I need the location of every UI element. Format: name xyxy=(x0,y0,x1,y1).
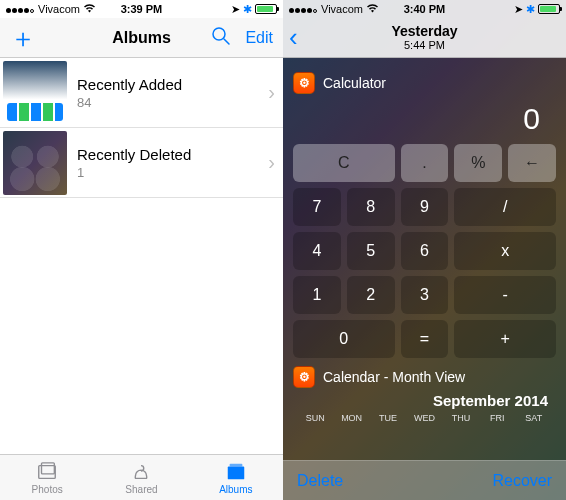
chevron-right-icon: › xyxy=(268,151,275,174)
album-list[interactable]: Recently Added 84 › Recently Deleted 1 › xyxy=(0,58,283,454)
tab-label: Albums xyxy=(219,484,252,495)
album-name: Recently Added xyxy=(77,76,268,93)
key-divide[interactable]: / xyxy=(454,188,556,226)
day-header: MON xyxy=(333,413,369,423)
chevron-right-icon: › xyxy=(268,81,275,104)
tab-photos[interactable]: Photos xyxy=(0,455,94,500)
key-8[interactable]: 8 xyxy=(347,188,395,226)
key-2[interactable]: 2 xyxy=(347,276,395,314)
key-percent[interactable]: % xyxy=(454,144,502,182)
day-header: FRI xyxy=(479,413,515,423)
location-icon: ➤ xyxy=(231,3,240,16)
key-plus[interactable]: + xyxy=(454,320,556,358)
calendar-widget: ⚙ Calendar - Month View September 2014 S… xyxy=(291,360,558,425)
album-thumbnail xyxy=(3,61,67,125)
day-header: TUE xyxy=(370,413,406,423)
calendar-month-label: September 2014 xyxy=(291,390,558,411)
tab-bar: Photos Shared Albums xyxy=(0,454,283,500)
back-button[interactable]: ‹ xyxy=(289,22,298,53)
location-icon: ➤ xyxy=(514,3,523,16)
tab-label: Photos xyxy=(32,484,63,495)
nav-bar: ＋ Albums Edit xyxy=(0,18,283,58)
bluetooth-icon: ✱ xyxy=(243,3,252,16)
status-bar: Vivacom 3:39 PM ➤ ✱ xyxy=(0,0,283,18)
day-header: SUN xyxy=(297,413,333,423)
delete-button[interactable]: Delete xyxy=(297,472,343,490)
bluetooth-icon: ✱ xyxy=(526,3,535,16)
key-clear[interactable]: C xyxy=(293,144,395,182)
nav-title: Albums xyxy=(112,29,171,47)
album-count: 84 xyxy=(77,95,268,110)
status-time: 3:40 PM xyxy=(404,3,446,15)
status-bar: Vivacom 3:40 PM ➤ ✱ xyxy=(283,0,566,18)
signal-dots-icon xyxy=(6,3,35,15)
deleted-item-screen: Vivacom 3:40 PM ➤ ✱ ‹ Yesterday 5:44 PM … xyxy=(283,0,566,500)
album-name: Recently Deleted xyxy=(77,146,268,163)
svg-rect-3 xyxy=(42,462,55,473)
day-header: SAT xyxy=(516,413,552,423)
key-4[interactable]: 4 xyxy=(293,232,341,270)
day-header: THU xyxy=(443,413,479,423)
battery-icon xyxy=(255,4,277,14)
widget-title: Calendar - Month View xyxy=(323,369,465,385)
status-time: 3:39 PM xyxy=(121,3,163,15)
edit-button[interactable]: Edit xyxy=(245,29,273,47)
key-9[interactable]: 9 xyxy=(401,188,449,226)
day-header: WED xyxy=(406,413,442,423)
album-thumbnail xyxy=(3,131,67,195)
key-0[interactable]: 0 xyxy=(293,320,395,358)
app-icon: ⚙ xyxy=(293,72,315,94)
wifi-icon xyxy=(83,3,96,15)
key-1[interactable]: 1 xyxy=(293,276,341,314)
key-backspace[interactable]: ← xyxy=(508,144,556,182)
svg-line-1 xyxy=(224,39,229,44)
wifi-icon xyxy=(366,3,379,15)
battery-icon xyxy=(538,4,560,14)
key-6[interactable]: 6 xyxy=(401,232,449,270)
calculator-display: 0 xyxy=(291,100,558,142)
signal-dots-icon xyxy=(289,3,318,15)
nav-title: Yesterday xyxy=(391,24,457,39)
search-icon[interactable] xyxy=(211,26,231,50)
key-5[interactable]: 5 xyxy=(347,232,395,270)
calendar-day-headers: SUN MON TUE WED THU FRI SAT xyxy=(291,411,558,425)
nav-bar: ‹ Yesterday 5:44 PM xyxy=(283,18,566,58)
tab-albums[interactable]: Albums xyxy=(189,455,283,500)
carrier-label: Vivacom xyxy=(321,3,363,15)
widgets-container: ⚙ Calculator 0 C . % ← 7 8 9 / 4 5 6 x 1… xyxy=(283,58,566,460)
album-row-recently-deleted[interactable]: Recently Deleted 1 › xyxy=(0,128,283,198)
photos-app-screen: Vivacom 3:39 PM ➤ ✱ ＋ Albums Edit Recent… xyxy=(0,0,283,500)
svg-rect-5 xyxy=(229,463,242,466)
tab-shared[interactable]: Shared xyxy=(94,455,188,500)
key-minus[interactable]: - xyxy=(454,276,556,314)
svg-rect-4 xyxy=(228,466,245,479)
key-3[interactable]: 3 xyxy=(401,276,449,314)
svg-point-0 xyxy=(213,28,225,40)
widget-title: Calculator xyxy=(323,75,386,91)
tab-label: Shared xyxy=(125,484,157,495)
key-multiply[interactable]: x xyxy=(454,232,556,270)
album-count: 1 xyxy=(77,165,268,180)
album-row-recently-added[interactable]: Recently Added 84 › xyxy=(0,58,283,128)
nav-subtitle: 5:44 PM xyxy=(391,39,457,51)
toolbar: Delete Recover xyxy=(283,460,566,500)
app-icon: ⚙ xyxy=(293,366,315,388)
key-dot[interactable]: . xyxy=(401,144,449,182)
add-album-button[interactable]: ＋ xyxy=(10,25,36,51)
calculator-widget: ⚙ Calculator 0 C . % ← 7 8 9 / 4 5 6 x 1… xyxy=(291,66,558,360)
key-7[interactable]: 7 xyxy=(293,188,341,226)
recover-button[interactable]: Recover xyxy=(492,472,552,490)
key-equals[interactable]: = xyxy=(401,320,449,358)
carrier-label: Vivacom xyxy=(38,3,80,15)
